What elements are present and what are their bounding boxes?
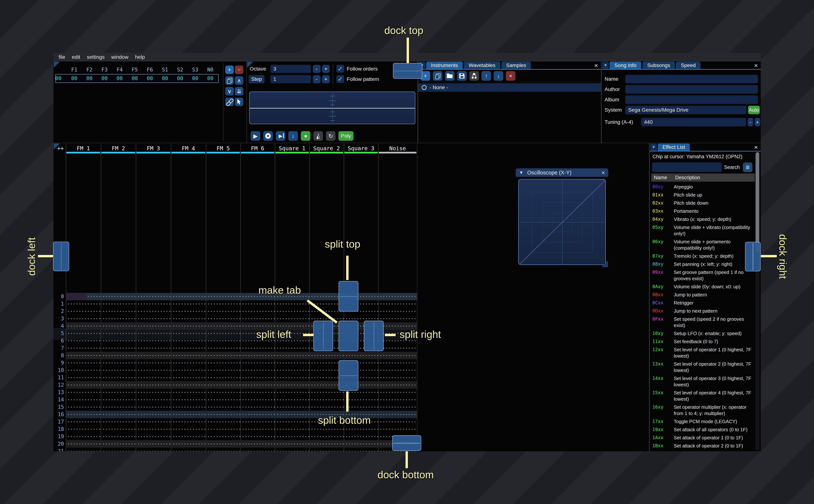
octave-input[interactable]: 3	[270, 65, 311, 73]
pattern-cell[interactable]	[136, 330, 171, 337]
effect-row[interactable]: 0FxxSet speed (speed 2 if no grooves exi…	[652, 315, 754, 329]
effect-row[interactable]: 0DxxJump to next pattern	[652, 307, 754, 315]
pattern-cell[interactable]	[136, 433, 171, 440]
pattern-cell[interactable]	[240, 381, 275, 389]
move-order-up-button[interactable]: ∧	[235, 76, 243, 85]
pattern-cell[interactable]	[136, 337, 171, 344]
channel-header-fm-5[interactable]: FM 5	[206, 145, 240, 152]
channel-header-fm-2[interactable]: FM 2	[101, 145, 136, 152]
pattern-row[interactable]: 3	[53, 315, 417, 322]
pattern-cell[interactable]	[136, 448, 171, 451]
close-icon[interactable]: ×	[602, 168, 605, 177]
pattern-cell[interactable]	[240, 315, 275, 322]
pattern-cell[interactable]	[136, 389, 171, 396]
remove-order-button[interactable]: −	[235, 66, 243, 74]
octave-minus-button[interactable]: -	[313, 65, 320, 73]
poly-toggle-button[interactable]: Poly	[338, 131, 353, 141]
pattern-cell[interactable]	[101, 448, 136, 451]
menu-item-settings[interactable]: settings	[83, 54, 108, 60]
pattern-cell[interactable]	[240, 448, 275, 451]
pattern-cell[interactable]	[206, 448, 240, 451]
effect-row[interactable]: 12xxSet level of operator 1 (0 highest, …	[652, 346, 754, 360]
menu-item-edit[interactable]: edit	[69, 54, 83, 60]
pattern-cell[interactable]	[66, 448, 101, 451]
pattern-cell[interactable]	[171, 411, 206, 418]
pattern-cell[interactable]	[275, 403, 309, 411]
pattern-cell[interactable]	[378, 352, 417, 359]
pattern-cell[interactable]	[171, 433, 206, 440]
pattern-cell[interactable]	[206, 330, 240, 337]
follow-orders-checkbox[interactable]: ✓	[336, 65, 344, 73]
pattern-cell[interactable]	[101, 322, 136, 330]
pattern-cell[interactable]	[101, 344, 136, 352]
pattern-cell[interactable]	[101, 330, 136, 337]
pattern-cell[interactable]	[240, 352, 275, 359]
pattern-cell[interactable]	[206, 308, 240, 315]
orders-pattern-cell[interactable]: 00	[112, 74, 127, 83]
pattern-cell[interactable]	[378, 411, 417, 418]
pattern-cell[interactable]	[206, 411, 240, 418]
pattern-cell[interactable]	[66, 374, 101, 381]
pattern-cell[interactable]	[66, 396, 101, 403]
pattern-row[interactable]: 6	[53, 337, 417, 344]
pattern-cell[interactable]	[240, 308, 275, 315]
pattern-cell[interactable]	[206, 440, 240, 448]
pattern-cell[interactable]	[378, 389, 417, 396]
pattern-cell[interactable]	[101, 381, 136, 389]
close-icon[interactable]: ×	[754, 62, 758, 69]
pattern-cell[interactable]	[101, 418, 136, 426]
pattern-row[interactable]: 11	[53, 374, 417, 381]
pattern-row[interactable]: 19	[53, 433, 417, 440]
pattern-cell[interactable]	[275, 381, 309, 389]
tab-speed[interactable]: Speed	[676, 62, 700, 69]
scrollbar-thumb[interactable]	[756, 152, 759, 253]
pattern-cell[interactable]	[171, 396, 206, 403]
pattern-cell[interactable]	[378, 381, 417, 389]
pattern-cell[interactable]	[378, 293, 417, 300]
pattern-cell[interactable]	[171, 337, 206, 344]
pattern-cell[interactable]	[378, 344, 417, 352]
pattern-cell[interactable]	[378, 367, 417, 374]
pattern-row[interactable]: 13	[53, 389, 417, 396]
tab-subsongs[interactable]: Subsongs	[642, 62, 675, 69]
pattern-cell[interactable]	[171, 293, 206, 300]
play-button[interactable]: ▶	[251, 131, 260, 141]
pattern-row[interactable]: 9	[53, 359, 417, 367]
channel-header-square-3[interactable]: Square 3	[344, 145, 378, 152]
effect-row[interactable]: 0CxxRetrigger	[652, 299, 754, 307]
pattern-cell[interactable]	[101, 396, 136, 403]
play-to-cursor-button[interactable]: ▶	[276, 131, 285, 141]
pattern-cell[interactable]	[378, 396, 417, 403]
pattern-cell[interactable]	[344, 396, 378, 403]
pattern-cell[interactable]	[206, 426, 240, 433]
pattern-row[interactable]: 15	[53, 403, 417, 411]
pattern-cell[interactable]	[240, 433, 275, 440]
pattern-cell[interactable]	[66, 315, 101, 322]
pattern-cell[interactable]	[136, 352, 171, 359]
pattern-cell[interactable]	[240, 389, 275, 396]
pattern-cell[interactable]	[101, 337, 136, 344]
play-from-start-button[interactable]	[263, 131, 273, 141]
pattern-cell[interactable]	[275, 448, 309, 451]
pattern-cell[interactable]	[309, 440, 344, 448]
pattern-cell[interactable]	[136, 403, 171, 411]
step-minus-button[interactable]: -	[313, 75, 320, 83]
pattern-cell[interactable]	[101, 359, 136, 367]
pattern-row[interactable]: 14	[53, 396, 417, 403]
pattern-cell[interactable]	[378, 300, 417, 308]
pattern-cell[interactable]	[206, 403, 240, 411]
orders-pattern-cell[interactable]: 00	[82, 74, 97, 83]
pattern-cell[interactable]	[136, 381, 171, 389]
tuning-input[interactable]: 440	[641, 118, 746, 126]
pattern-cell[interactable]	[66, 322, 101, 330]
follow-orders-label[interactable]: Follow orders	[347, 65, 378, 73]
octave-plus-button[interactable]: +	[322, 65, 330, 73]
pattern-cell[interactable]	[378, 374, 417, 381]
pattern-cell[interactable]	[309, 352, 344, 359]
tab-effect-list[interactable]: Effect List	[658, 144, 690, 151]
pattern-cell[interactable]	[136, 411, 171, 418]
pattern-cell[interactable]	[275, 359, 309, 367]
pattern-cell[interactable]	[136, 322, 171, 330]
pattern-cell[interactable]	[136, 396, 171, 403]
pattern-expand-button[interactable]: ++	[55, 145, 66, 152]
